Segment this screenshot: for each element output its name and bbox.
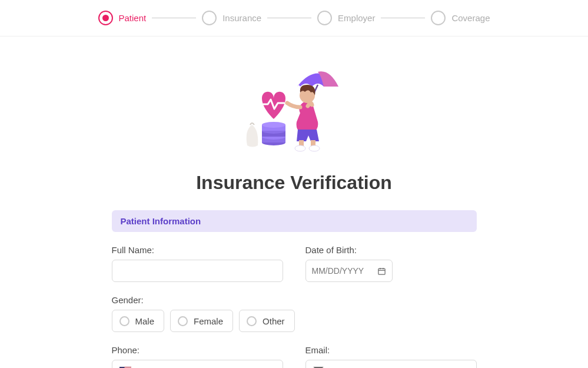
phone-label: Phone: bbox=[112, 345, 283, 355]
email-label: Email: bbox=[305, 345, 477, 355]
step-label: Insurance bbox=[222, 13, 261, 23]
step-coverage[interactable]: Coverage bbox=[431, 11, 490, 25]
gender-option-female[interactable]: Female bbox=[170, 310, 233, 332]
step-circle-icon bbox=[317, 11, 332, 25]
svg-rect-13 bbox=[378, 268, 384, 274]
gender-label: Gender: bbox=[112, 295, 477, 305]
phone-input-wrap[interactable] bbox=[112, 360, 283, 368]
email-input-wrap[interactable] bbox=[305, 360, 477, 368]
full-name-label: Full Name: bbox=[112, 245, 283, 255]
step-insurance[interactable]: Insurance bbox=[202, 11, 261, 25]
main-content: Insurance Verification Patient Informati… bbox=[56, 37, 533, 368]
gender-option-other[interactable]: Other bbox=[239, 310, 295, 332]
dob-input[interactable] bbox=[312, 266, 373, 276]
page-title: Insurance Verification bbox=[112, 172, 477, 194]
header-illustration bbox=[112, 66, 477, 154]
gender-option-male[interactable]: Male bbox=[112, 310, 165, 332]
progress-stepper: Patient Insurance Employer Coverage bbox=[0, 0, 588, 37]
radio-icon bbox=[178, 316, 188, 326]
gender-radio-group: Male Female Other bbox=[112, 310, 477, 332]
step-label: Coverage bbox=[451, 13, 490, 23]
step-connector bbox=[381, 18, 425, 18]
radio-icon bbox=[247, 316, 257, 326]
calendar-icon bbox=[377, 267, 386, 276]
dob-input-wrap[interactable] bbox=[305, 260, 393, 282]
step-connector bbox=[267, 18, 311, 18]
person-heart-umbrella-icon bbox=[241, 66, 347, 154]
full-name-input[interactable] bbox=[112, 260, 283, 282]
radio-icon bbox=[119, 316, 129, 326]
svg-point-7 bbox=[262, 122, 285, 128]
radio-label: Other bbox=[263, 316, 285, 326]
svg-point-12 bbox=[309, 145, 320, 151]
step-label: Patient bbox=[119, 13, 147, 23]
section-banner: Patient Information bbox=[112, 210, 477, 232]
svg-point-11 bbox=[295, 145, 305, 151]
step-patient[interactable]: Patient bbox=[98, 11, 147, 25]
step-connector bbox=[152, 18, 196, 18]
step-employer[interactable]: Employer bbox=[317, 11, 375, 25]
dob-label: Date of Birth: bbox=[305, 245, 477, 255]
step-label: Employer bbox=[338, 13, 375, 23]
step-circle-icon bbox=[202, 11, 217, 25]
step-circle-icon bbox=[98, 11, 113, 25]
step-circle-icon bbox=[431, 11, 446, 25]
radio-label: Male bbox=[135, 316, 155, 326]
radio-label: Female bbox=[194, 316, 223, 326]
